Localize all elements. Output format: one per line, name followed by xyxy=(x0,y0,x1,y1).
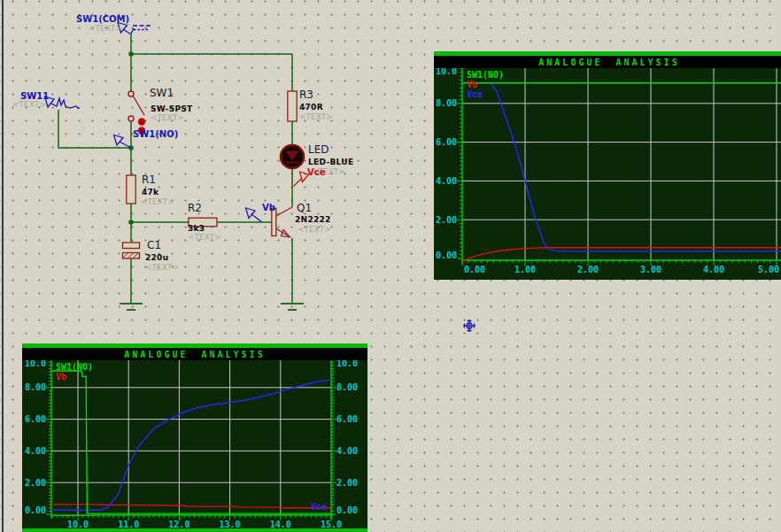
analysis-titlebar[interactable]: ANALOGUE ANALYSIS xyxy=(434,56,781,68)
svg-text:8.00: 8.00 xyxy=(436,98,457,108)
svg-text:8.00: 8.00 xyxy=(336,382,358,392)
svg-text:4.00: 4.00 xyxy=(436,176,457,186)
resistor-r1[interactable] xyxy=(127,175,135,204)
svg-text:0.00: 0.00 xyxy=(336,505,358,515)
legend-Vb: Vb xyxy=(56,372,66,382)
trace-label-Vce: Vce xyxy=(311,502,327,512)
wires[interactable] xyxy=(58,34,292,303)
analysis-title: ANALOGUE ANALYSIS xyxy=(538,58,679,67)
legend-SW1(NO): SW1(NO) xyxy=(56,362,93,372)
svg-text:1.00: 1.00 xyxy=(514,265,536,274)
svg-text:0.00: 0.00 xyxy=(25,505,46,515)
ground-symbol-left[interactable] xyxy=(120,304,143,310)
svg-text:8.00: 8.00 xyxy=(25,382,46,392)
legend-Vce: Vce xyxy=(467,89,483,99)
probe-sw1com[interactable] xyxy=(118,23,131,35)
svg-text:2.00: 2.00 xyxy=(436,215,457,225)
led-diode[interactable] xyxy=(281,145,304,168)
svg-text:6.00: 6.00 xyxy=(25,414,46,424)
window-bottom-border xyxy=(22,528,367,532)
switch-sw1[interactable] xyxy=(128,91,144,121)
analysis-title: ANALOGUE ANALYSIS xyxy=(124,350,265,359)
probe-vb[interactable] xyxy=(246,208,262,222)
capacitor-c1[interactable] xyxy=(123,243,140,258)
probe-sw1no[interactable] xyxy=(114,135,131,148)
svg-text:6.00: 6.00 xyxy=(336,414,358,424)
svg-text:2.00: 2.00 xyxy=(25,478,46,488)
analysis-window-top-right[interactable]: 0.002.004.006.008.0010.00.001.002.003.00… xyxy=(434,51,781,280)
analysis-titlebar[interactable]: ANALOGUE ANALYSIS xyxy=(22,348,367,360)
legend-Vb: Vb xyxy=(467,80,477,89)
svg-text:0.00: 0.00 xyxy=(436,251,457,260)
ground-symbol-right[interactable] xyxy=(281,304,304,310)
legend-SW1(NO): SW1(NO) xyxy=(467,70,504,80)
origin-marker xyxy=(463,320,476,332)
analysis-plot-top[interactable]: 0.002.004.006.008.0010.00.001.002.003.00… xyxy=(434,51,781,280)
trace-Vb xyxy=(462,248,781,261)
trace-SW1(NO) xyxy=(51,371,331,513)
svg-text:4.00: 4.00 xyxy=(25,446,46,456)
svg-text:5.00: 5.00 xyxy=(758,265,779,274)
switch-toggle-marker-up[interactable] xyxy=(138,118,145,125)
transistor-q1[interactable] xyxy=(272,206,292,237)
resistor-r2[interactable] xyxy=(189,218,217,227)
svg-text:3.00: 3.00 xyxy=(640,265,661,274)
generator-sw11-icon[interactable] xyxy=(45,96,80,109)
svg-text:6.00: 6.00 xyxy=(436,137,457,147)
resistor-r3[interactable] xyxy=(288,91,297,121)
analysis-window-bottom-left[interactable]: 0.000.002.002.004.004.006.006.008.008.00… xyxy=(22,343,367,532)
analysis-plot-bottom[interactable]: 0.000.002.002.004.004.006.006.008.008.00… xyxy=(22,343,367,532)
trace-Vce xyxy=(51,380,331,510)
svg-text:4.00: 4.00 xyxy=(336,446,358,456)
svg-text:2.00: 2.00 xyxy=(577,265,599,274)
trace-Vce xyxy=(462,83,781,251)
dc-source-icon[interactable] xyxy=(131,26,151,34)
svg-text:2.00: 2.00 xyxy=(336,478,358,488)
trace-Vb xyxy=(51,505,331,508)
probe-vce[interactable] xyxy=(294,172,309,187)
svg-text:0.00: 0.00 xyxy=(464,265,485,274)
svg-text:4.00: 4.00 xyxy=(703,265,724,274)
switch-toggle-marker-down[interactable] xyxy=(138,127,145,134)
